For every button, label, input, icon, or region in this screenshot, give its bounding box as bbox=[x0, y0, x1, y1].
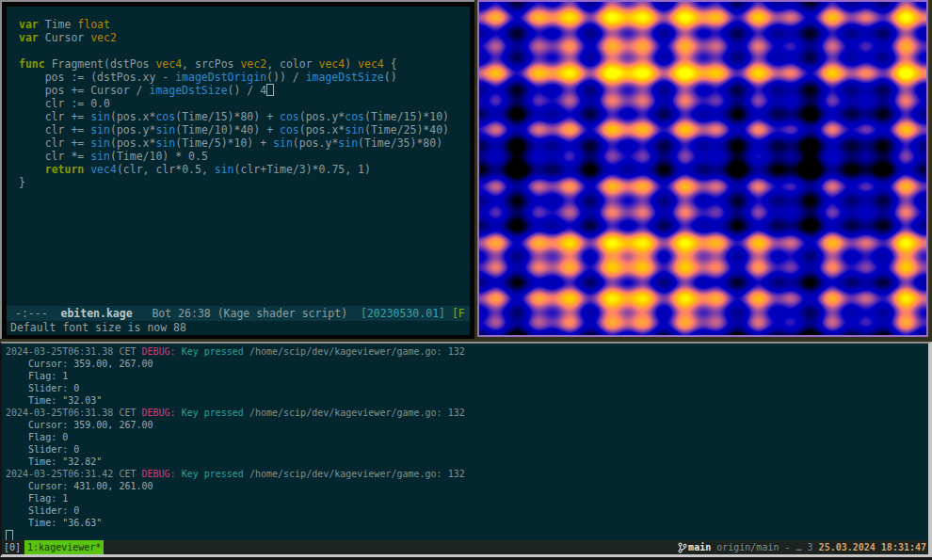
code-line: clr := 0.0 bbox=[19, 97, 470, 110]
shader-output-canvas[interactable] bbox=[479, 2, 926, 335]
code-token: sin bbox=[273, 136, 293, 150]
emacs-modeline[interactable]: -:--- ebiten.kage Bot 26:38 (Kage shader… bbox=[7, 306, 470, 321]
log-field-value: Flag: 0 bbox=[6, 432, 68, 442]
log-field-value: Cursor: 359.00, 267.00 bbox=[6, 420, 153, 430]
code-token: float bbox=[77, 18, 110, 31]
code-token: pos := (dstPos.xy - bbox=[19, 71, 175, 84]
tmux-statusbar: [0] 1:kageviewer* main origin/main - … 3… bbox=[2, 540, 928, 554]
modeline-token: Bot 26:38 (Kage shader script) bbox=[133, 307, 361, 320]
git-remote-name: origin/main bbox=[711, 540, 779, 554]
log-entry-header: 2024-03-25T06:31.42 CET DEBUG: Key press… bbox=[6, 468, 924, 480]
shader-preview-window bbox=[477, 0, 928, 337]
echo-area: Default font size is now 88 bbox=[7, 321, 470, 335]
code-token: (pos.x* bbox=[110, 136, 155, 150]
log-field-value: Slider: 0 bbox=[6, 505, 79, 516]
modeline-token: -:--- bbox=[15, 307, 60, 320]
terminal-window: 2024-03-25T06:31.38 CET DEBUG: Key press… bbox=[0, 342, 932, 557]
log-field: Slider: 0 bbox=[6, 504, 924, 517]
statusbar-separator: - bbox=[779, 540, 795, 554]
log-field-value: Time: "36.63" bbox=[6, 518, 102, 528]
modeline-token: ebiten.kage bbox=[60, 307, 132, 320]
log-field-value: Flag: 1 bbox=[6, 493, 68, 504]
code-token: return bbox=[45, 163, 85, 176]
code-line: clr += sin(pos.x*sin(Time/5)*10) + sin(p… bbox=[19, 136, 470, 150]
log-field: Slider: 0 bbox=[6, 443, 924, 456]
code-token: sin bbox=[345, 123, 364, 136]
log-entry-header: 2024-03-25T06:31.38 CET DEBUG: Key press… bbox=[6, 407, 924, 419]
code-token: (pos.y* bbox=[293, 136, 338, 150]
code-token: (clr+Time/3)*0.75, 1) bbox=[234, 163, 371, 176]
code-token: imageDstSize bbox=[306, 71, 384, 84]
log-field: Slider: 0 bbox=[6, 382, 924, 394]
log-field: Time: "32.03" bbox=[6, 394, 924, 407]
code-token: sin bbox=[155, 136, 175, 150]
log-field-value: Flag: 1 bbox=[6, 371, 68, 381]
code-token: sin bbox=[90, 110, 110, 123]
session-index: [0] bbox=[4, 540, 21, 554]
code-token: (Time/15)*80) + bbox=[175, 110, 280, 123]
code-line: clr += sin(pos.y*sin(Time/10)*40) + cos(… bbox=[19, 123, 470, 136]
log-level: DEBUG: bbox=[142, 408, 176, 418]
modeline-token: [20230530.01] bbox=[361, 307, 445, 320]
code-line: } bbox=[19, 176, 470, 189]
terminal-cursor bbox=[6, 530, 13, 540]
code-line: clr *= sin(Time/10) * 0.5 bbox=[19, 150, 470, 163]
code-token: () / 4 bbox=[228, 84, 267, 97]
code-line: var Cursor vec2 bbox=[19, 31, 470, 44]
statusbar-count: 3 bbox=[808, 540, 819, 554]
git-branch-name: main bbox=[688, 540, 711, 554]
code-token: vec4 bbox=[358, 57, 384, 71]
code-token: (Time/5)*10) + bbox=[175, 136, 273, 150]
log-field-value: Slider: 0 bbox=[6, 444, 79, 455]
editor-surface: var Time floatvar Cursor vec2func Fragme… bbox=[7, 7, 470, 335]
code-token: vec4 bbox=[319, 57, 345, 71]
log-output[interactable]: 2024-03-25T06:31.38 CET DEBUG: Key press… bbox=[2, 344, 928, 540]
code-token: (pos.x* bbox=[110, 110, 155, 123]
editor-cursor bbox=[266, 84, 274, 96]
code-token: clr += bbox=[19, 123, 90, 136]
code-token: clr += bbox=[19, 136, 90, 150]
log-event: Key pressed bbox=[182, 469, 244, 479]
tmux-window-kageviewer[interactable]: 1:kageviewer* bbox=[24, 540, 104, 554]
code-token: } bbox=[19, 176, 25, 189]
code-token: (Time/10) * 0.5 bbox=[110, 150, 208, 163]
log-field: Cursor: 359.00, 267.00 bbox=[6, 419, 924, 431]
log-event: Key pressed bbox=[182, 346, 244, 357]
code-line bbox=[19, 44, 470, 57]
log-field: Cursor: 431.00, 261.00 bbox=[6, 480, 924, 492]
code-token: sin bbox=[215, 163, 234, 176]
code-token: imageDstSize bbox=[149, 84, 227, 97]
log-entry-header: 2024-03-25T06:31.38 CET DEBUG: Key press… bbox=[6, 345, 924, 358]
log-field-value: Time: "32.03" bbox=[6, 395, 102, 406]
code-token: (Time/35)*80) bbox=[358, 136, 442, 150]
code-token: clr += bbox=[19, 110, 90, 123]
code-token: sin bbox=[90, 136, 110, 150]
log-event: Key pressed bbox=[182, 408, 244, 418]
log-field: Time: "32.82" bbox=[6, 456, 924, 468]
statusbar-right: main origin/main - … 3 25.03.2024 18:31:… bbox=[678, 540, 926, 554]
code-token: cos bbox=[345, 110, 364, 123]
code-token: var bbox=[19, 18, 39, 31]
code-token: ) bbox=[345, 57, 358, 71]
code-token: vec4 bbox=[90, 163, 117, 176]
code-token: cos bbox=[280, 110, 299, 123]
code-token: var bbox=[19, 31, 39, 44]
code-token: Time bbox=[39, 18, 78, 31]
log-location: /home/scip/dev/kageviewer/game.go: 132 bbox=[249, 346, 465, 357]
log-level: DEBUG: bbox=[142, 469, 176, 479]
code-token: (Time/10)*40) + bbox=[175, 123, 280, 136]
log-field: Flag: 1 bbox=[6, 370, 924, 382]
code-token: sin bbox=[338, 136, 358, 150]
code-editor[interactable]: var Time floatvar Cursor vec2func Fragme… bbox=[7, 7, 470, 317]
code-token: , srcPos bbox=[182, 57, 240, 71]
statusbar-datetime: 25.03.2024 18:31:47 bbox=[819, 540, 926, 554]
log-timestamp: 2024-03-25T06:31.38 CET bbox=[6, 408, 142, 418]
code-token: , color bbox=[266, 57, 318, 71]
log-level: DEBUG: bbox=[142, 346, 176, 357]
log-field: Flag: 1 bbox=[6, 492, 924, 504]
code-token: Fragment(dstPos bbox=[45, 57, 156, 71]
log-timestamp: 2024-03-25T06:31.38 CET bbox=[6, 346, 142, 357]
code-token: (Time/25)*40) bbox=[364, 123, 449, 136]
code-token: (pos.y* bbox=[299, 110, 345, 123]
log-field: Cursor: 359.00, 267.00 bbox=[6, 358, 924, 370]
